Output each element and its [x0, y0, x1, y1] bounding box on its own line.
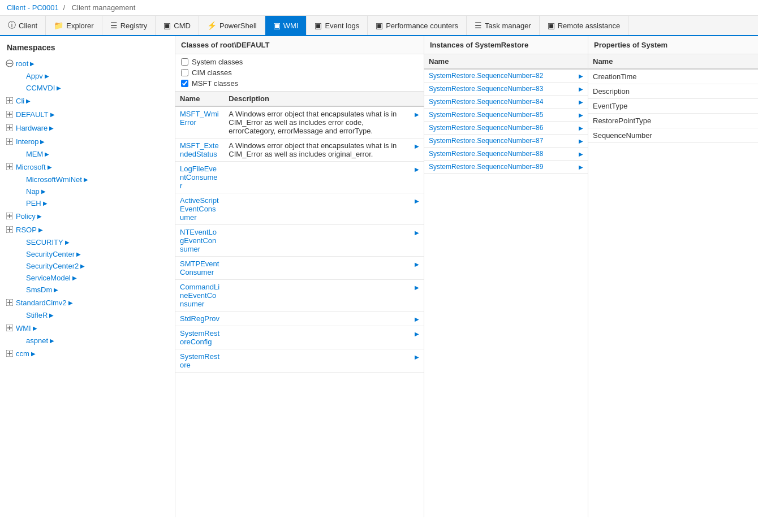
table-row[interactable]: NTEventLogEventConsumer▶	[175, 225, 424, 257]
class-row-arrow[interactable]: ▶	[410, 106, 424, 139]
nav-tab-wmi[interactable]: ▣WMI	[265, 16, 307, 35]
tab-label-perfcounters: Performance counters	[386, 21, 458, 30]
tree-item-securitycenter[interactable]: SecurityCenter ▶	[0, 248, 175, 260]
tree-item-stifler[interactable]: StifleR ▶	[0, 309, 175, 321]
tree-item-cli[interactable]: Cli ▶	[0, 94, 175, 107]
class-name-cell: LogFileEventConsumer	[175, 162, 224, 193]
tree-item-peh[interactable]: PEH ▶	[0, 197, 175, 209]
tree-arrow-peh: ▶	[43, 200, 48, 206]
instance-row-arrow[interactable]: ▶	[574, 161, 588, 174]
table-row[interactable]: SystemRestore.SequenceNumber=87▶	[424, 135, 588, 148]
nav-tab-client[interactable]: ⓘClient	[0, 16, 46, 35]
nav-tab-perfcounters[interactable]: ▣Performance counters	[368, 16, 467, 35]
tree-item-policy[interactable]: Policy ▶	[0, 209, 175, 223]
class-row-arrow[interactable]: ▶	[410, 349, 424, 373]
class-row-arrow[interactable]: ▶	[410, 225, 424, 257]
tree-label-securitycenter: SecurityCenter	[26, 250, 75, 258]
class-desc-cell: A Windows error object that encapsulates…	[224, 106, 410, 139]
table-row[interactable]: CommandLineEventConsumer▶	[175, 280, 424, 312]
class-row-arrow[interactable]: ▶	[410, 280, 424, 312]
tree-label-smsdm: SmsDm	[26, 286, 52, 294]
property-name-cell: EventType	[588, 99, 758, 114]
tree-item-mem[interactable]: MEM ▶	[0, 148, 175, 160]
checkbox-item-cim[interactable]: CIM classes	[181, 68, 418, 77]
nav-tab-registry[interactable]: ☰Registry	[102, 16, 156, 35]
nav-tab-eventlogs[interactable]: ▣Event logs	[307, 16, 368, 35]
tree-item-microsoft[interactable]: Microsoft ▶	[0, 160, 175, 174]
tree-item-nap[interactable]: Nap ▶	[0, 185, 175, 197]
table-row[interactable]: SystemRestore.SequenceNumber=88▶	[424, 148, 588, 161]
checkbox-cim[interactable]	[181, 69, 188, 76]
table-row[interactable]: SequenceNumber	[588, 128, 758, 143]
tab-icon-perfcounters: ▣	[376, 21, 383, 30]
instance-row-arrow[interactable]: ▶	[574, 122, 588, 135]
table-row[interactable]: Description	[588, 84, 758, 99]
tree-item-default[interactable]: DEFAULT ▶	[0, 107, 175, 121]
tree-item-appv[interactable]: Appv ▶	[0, 70, 175, 82]
tree-item-wmi[interactable]: WMI ▶	[0, 321, 175, 335]
class-row-arrow[interactable]: ▶	[410, 139, 424, 162]
tree-item-interop[interactable]: Interop ▶	[0, 135, 175, 148]
table-row[interactable]: SystemRestore.SequenceNumber=84▶	[424, 96, 588, 109]
instance-row-arrow[interactable]: ▶	[574, 83, 588, 96]
tree-arrow-smsdm: ▶	[54, 287, 58, 293]
tree-item-aspnet[interactable]: aspnet ▶	[0, 335, 175, 347]
class-row-arrow[interactable]: ▶	[410, 312, 424, 326]
table-row[interactable]: SystemRestore.SequenceNumber=82▶	[424, 69, 588, 83]
class-desc-cell	[224, 349, 410, 373]
table-row[interactable]: CreationTime	[588, 69, 758, 84]
tree-item-standardcimv2[interactable]: StandardCimv2 ▶	[0, 296, 175, 309]
tree-item-rsop[interactable]: RSOP ▶	[0, 223, 175, 236]
expander-icon-microsoft	[5, 162, 15, 172]
checkbox-msft[interactable]	[181, 80, 188, 87]
instance-row-arrow[interactable]: ▶	[574, 135, 588, 148]
instance-row-arrow[interactable]: ▶	[574, 109, 588, 122]
checkbox-system[interactable]	[181, 58, 188, 66]
class-row-arrow[interactable]: ▶	[410, 162, 424, 193]
table-row[interactable]: EventType	[588, 99, 758, 114]
tree-item-ccmvdi[interactable]: CCMVDI ▶	[0, 82, 175, 94]
instances-col-name: Name	[424, 54, 574, 69]
tree-item-microsoftwminet[interactable]: MicrosoftWmiNet ▶	[0, 174, 175, 185]
table-row[interactable]: SystemRestore▶	[175, 349, 424, 373]
nav-tab-explorer[interactable]: 📁Explorer	[46, 16, 102, 35]
table-row[interactable]: SystemRestore.SequenceNumber=83▶	[424, 83, 588, 96]
table-row[interactable]: StdRegProv▶	[175, 312, 424, 326]
table-row[interactable]: SystemRestore.SequenceNumber=89▶	[424, 161, 588, 174]
nav-tab-taskmanager[interactable]: ☰Task manager	[467, 16, 540, 35]
tab-icon-taskmanager: ☰	[475, 21, 482, 30]
table-row[interactable]: RestorePointType	[588, 114, 758, 128]
checkbox-item-system[interactable]: System classes	[181, 58, 418, 66]
tree-arrow-servicemodel: ▶	[72, 275, 77, 281]
nav-tab-remoteassistance[interactable]: ▣Remote assistance	[540, 16, 629, 35]
table-row[interactable]: SMTPEventConsumer▶	[175, 257, 424, 280]
table-row[interactable]: SystemRestoreConfig▶	[175, 326, 424, 349]
nav-tab-powershell[interactable]: ⚡PowerShell	[199, 16, 265, 35]
tree-item-security[interactable]: SECURITY ▶	[0, 236, 175, 248]
tree-item-securitycenter2[interactable]: SecurityCenter2 ▶	[0, 260, 175, 272]
tree-item-ccm[interactable]: ccm ▶	[0, 347, 175, 360]
instance-row-arrow[interactable]: ▶	[574, 69, 588, 83]
breadcrumb-client-link[interactable]: Client - PC0001	[7, 3, 59, 12]
tree-label-servicemodel: ServiceModel	[26, 274, 71, 282]
tab-icon-registry: ☰	[110, 21, 118, 30]
table-row[interactable]: MSFT_WmiErrorA Windows error object that…	[175, 106, 424, 139]
table-row[interactable]: MSFT_ExtendedStatusA Windows error objec…	[175, 139, 424, 162]
table-row[interactable]: SystemRestore.SequenceNumber=86▶	[424, 122, 588, 135]
checkbox-item-msft[interactable]: MSFT classes	[181, 79, 418, 88]
class-row-arrow[interactable]: ▶	[410, 257, 424, 280]
class-name-cell: SMTPEventConsumer	[175, 257, 224, 280]
nav-tab-cmd[interactable]: ▣CMD	[156, 16, 199, 35]
tree-item-smsdm[interactable]: SmsDm ▶	[0, 284, 175, 296]
class-row-arrow[interactable]: ▶	[410, 326, 424, 349]
tree-item-hardware[interactable]: Hardware ▶	[0, 121, 175, 135]
classes-col-name: Name	[175, 92, 224, 106]
class-row-arrow[interactable]: ▶	[410, 193, 424, 225]
instance-row-arrow[interactable]: ▶	[574, 96, 588, 109]
tree-item-servicemodel[interactable]: ServiceModel ▶	[0, 272, 175, 284]
table-row[interactable]: SystemRestore.SequenceNumber=85▶	[424, 109, 588, 122]
instance-row-arrow[interactable]: ▶	[574, 148, 588, 161]
tree-item-root[interactable]: root ▶	[0, 57, 175, 70]
table-row[interactable]: LogFileEventConsumer▶	[175, 162, 424, 193]
table-row[interactable]: ActiveScriptEventConsumer▶	[175, 193, 424, 225]
